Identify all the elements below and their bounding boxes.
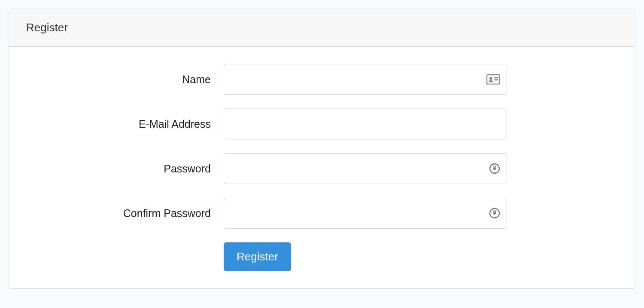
email-input[interactable] [224, 109, 507, 139]
name-input[interactable] [224, 64, 507, 95]
password-key-icon [489, 208, 500, 219]
svg-rect-2 [494, 77, 498, 79]
svg-rect-7 [493, 212, 496, 214]
password-row: Password [26, 153, 618, 184]
password-input[interactable] [224, 153, 507, 184]
card-title: Register [9, 9, 635, 47]
confirm-password-row: Confirm Password [26, 198, 618, 229]
svg-rect-5 [493, 168, 496, 170]
email-row: E-Mail Address [26, 109, 618, 139]
svg-point-1 [489, 77, 492, 80]
register-button[interactable]: Register [224, 242, 291, 271]
confirm-password-input[interactable] [224, 198, 507, 229]
id-card-icon [486, 74, 500, 85]
name-row: Name [26, 64, 618, 95]
confirm-password-label: Confirm Password [26, 207, 224, 220]
register-card: Register Name E-Mail Address [9, 9, 635, 289]
svg-rect-3 [494, 79, 498, 81]
password-key-icon [489, 163, 500, 174]
submit-row: Register [26, 242, 618, 271]
name-label: Name [26, 73, 224, 86]
card-body: Name E-Mail Address [9, 47, 635, 288]
password-label: Password [26, 163, 224, 175]
email-label: E-Mail Address [26, 118, 224, 130]
